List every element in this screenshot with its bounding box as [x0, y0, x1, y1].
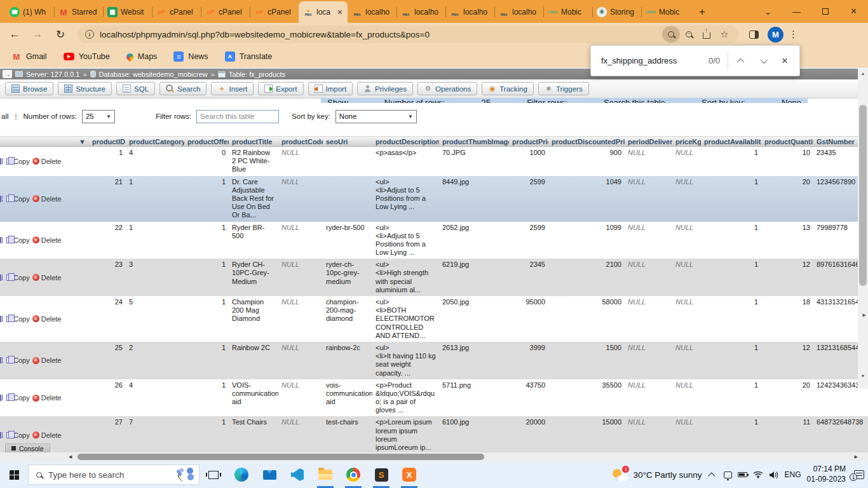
delete-row-link[interactable]: Delete [32, 315, 62, 323]
vscode-app[interactable] [283, 461, 311, 488]
back-icon[interactable]: ← [6, 26, 23, 43]
browser-tab[interactable]: localho [494, 1, 543, 23]
task-view-button[interactable] [200, 461, 227, 488]
delete-row-link[interactable]: Delete [32, 236, 62, 244]
browser-tab[interactable]: Starred [54, 1, 103, 23]
column-header-productCode[interactable]: productCode [278, 138, 323, 146]
column-header-productDescription[interactable]: productDescription [372, 138, 439, 146]
volume-icon[interactable] [769, 471, 779, 479]
weather-widget[interactable]: 1 30°C Partly sunny [613, 468, 702, 482]
column-header-productQuantity[interactable]: productQuantity [761, 138, 813, 146]
display-tray-icon[interactable] [724, 471, 732, 478]
wifi-icon[interactable] [753, 471, 763, 478]
chrome-app[interactable] [339, 461, 367, 488]
column-header-productDiscountedPrice[interactable]: productDiscountedPrice [548, 138, 625, 146]
show-all-link[interactable]: all [1, 112, 9, 120]
copy-row-link[interactable]: Copy [6, 158, 30, 165]
browser-tab[interactable]: cPanel [250, 1, 299, 23]
column-header-productTitle[interactable]: productTitle [229, 138, 278, 146]
taskbar-search-box[interactable]: Type here to search [28, 464, 200, 485]
browser-tab[interactable]: Mobic [641, 1, 690, 23]
bookmark-star-icon[interactable]: ☆ [715, 26, 733, 43]
find-input[interactable]: fx_shipping_address [601, 56, 709, 65]
file-explorer-app[interactable] [311, 461, 339, 488]
address-bar[interactable]: i localhost/phpmyadmin/sql.php?db=websit… [78, 25, 738, 43]
filter-input[interactable] [196, 110, 279, 123]
language-indicator[interactable]: ENG [785, 470, 801, 479]
pma-tab-operations[interactable]: Operations [417, 82, 477, 95]
pma-tab-triggers[interactable]: Triggers [538, 82, 589, 95]
browser-tab[interactable]: localho [445, 1, 494, 23]
mail-app[interactable] [255, 461, 283, 488]
browser-menu-icon[interactable]: ⋮ [789, 29, 798, 40]
scroll-up-icon[interactable]: ▲ [858, 69, 868, 78]
bookmark-item[interactable]: Translate [225, 51, 273, 62]
delete-row-link[interactable]: Delete [32, 158, 62, 165]
pma-tab-import[interactable]: Import [308, 82, 353, 95]
bookmark-item[interactable]: Maps [126, 52, 158, 61]
browser-tab[interactable]: cPanel [201, 1, 250, 23]
site-info-icon[interactable]: i [85, 30, 94, 39]
url-text[interactable]: localhost/phpmyadmin/sql.php?db=websited… [100, 30, 662, 39]
column-header-productAvailablity[interactable]: productAvailablity [701, 138, 761, 146]
browser-tab[interactable]: Websit [103, 1, 152, 23]
pma-tab-export[interactable]: Export [258, 82, 303, 95]
inner-scroll-right-icon[interactable]: ▶ [863, 313, 866, 318]
copy-row-link[interactable]: Copy [6, 236, 30, 244]
console-tab[interactable]: Console [5, 444, 50, 452]
scroll-left-icon[interactable]: ◀ [69, 454, 72, 459]
sublime-app[interactable]: S [367, 461, 395, 488]
share-icon[interactable] [698, 26, 715, 43]
delete-row-link[interactable]: Delete [32, 431, 62, 439]
notification-icon[interactable]: 1 [854, 470, 864, 479]
new-tab-button[interactable]: + [694, 4, 710, 20]
close-button[interactable]: × [839, 0, 868, 23]
battery-icon[interactable] [738, 472, 747, 477]
breadcrumb-table[interactable]: Table: fx_products [229, 71, 285, 78]
horizontal-scrollbar[interactable]: ◀ ▶ [0, 452, 868, 461]
delete-row-link[interactable]: Delete [32, 274, 62, 281]
horizontal-scroll-thumb[interactable] [78, 454, 484, 460]
tab-close-icon[interactable]: × [337, 8, 343, 17]
scroll-right-icon[interactable]: ▶ [855, 454, 858, 459]
column-header-periodDelivery[interactable]: periodDelivery [625, 138, 672, 146]
find-close-icon[interactable]: × [774, 50, 796, 72]
browser-tab[interactable]: localho [397, 1, 445, 23]
tray-expand-icon[interactable] [708, 472, 715, 479]
xampp-app[interactable]: X [395, 461, 423, 488]
copy-row-link[interactable]: Copy [6, 195, 30, 203]
browser-tab[interactable]: (1) Wh [5, 1, 54, 23]
browser-tab[interactable]: localho [348, 1, 397, 23]
profile-avatar[interactable]: M [768, 27, 783, 43]
bookmark-item[interactable]: YouTube [64, 52, 110, 61]
chrome-tab-search-icon[interactable]: ⌄ [754, 0, 782, 23]
minimize-button[interactable]: — [782, 0, 811, 23]
column-header-productOffer[interactable]: productOffer [184, 138, 229, 146]
find-next-icon[interactable] [752, 50, 774, 72]
pma-tab-search[interactable]: Search [159, 82, 207, 95]
pma-tab-structure[interactable]: Structure [58, 82, 112, 95]
browser-tab[interactable]: Storing [592, 1, 641, 23]
column-header-seoUri[interactable]: seoUri [323, 138, 372, 146]
breadcrumb-database[interactable]: Database: websitedemo_mobicrew [99, 71, 208, 78]
pma-tab-browse[interactable]: Browse [5, 82, 53, 95]
bookmark-item[interactable]: News [173, 51, 208, 62]
breadcrumb-server[interactable]: Server: 127.0.0.1 [26, 71, 79, 78]
browser-tab[interactable]: Mobic [543, 1, 592, 23]
pma-tab-sql[interactable]: SQL [116, 82, 155, 95]
delete-row-link[interactable]: Delete [32, 356, 62, 364]
pma-tab-privileges[interactable]: Privileges [357, 82, 413, 95]
browser-tab[interactable]: cPanel [152, 1, 201, 23]
forward-icon[interactable]: → [29, 26, 46, 43]
column-header-productID[interactable]: productID [89, 138, 126, 146]
copy-row-link[interactable]: Copy [6, 315, 30, 323]
column-header-priceKg[interactable]: priceKg [672, 138, 701, 146]
column-header-productPrice[interactable]: productPrice [509, 138, 548, 146]
scroll-down-icon[interactable]: ▼ [858, 371, 868, 380]
delete-row-link[interactable]: Delete [32, 394, 62, 402]
sort-key-select[interactable]: None▼ [336, 110, 417, 123]
vertical-scrollbar[interactable]: ▲ ▼ [858, 69, 868, 389]
browser-tab[interactable]: loca× [299, 1, 348, 23]
copy-row-link[interactable]: Copy [6, 274, 30, 281]
find-in-page-icon[interactable] [662, 26, 680, 43]
